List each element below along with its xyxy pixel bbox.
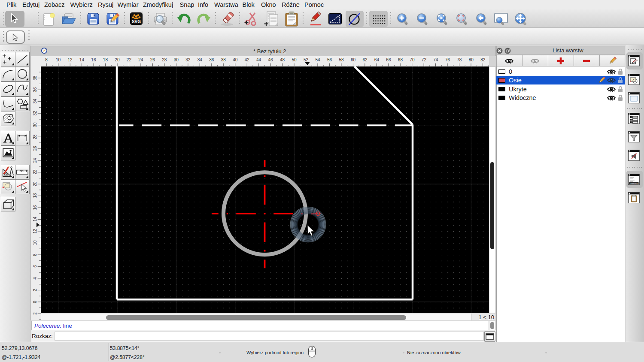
svg-text:command: command bbox=[630, 182, 638, 184]
svg-text:SVG: SVG bbox=[132, 19, 141, 24]
